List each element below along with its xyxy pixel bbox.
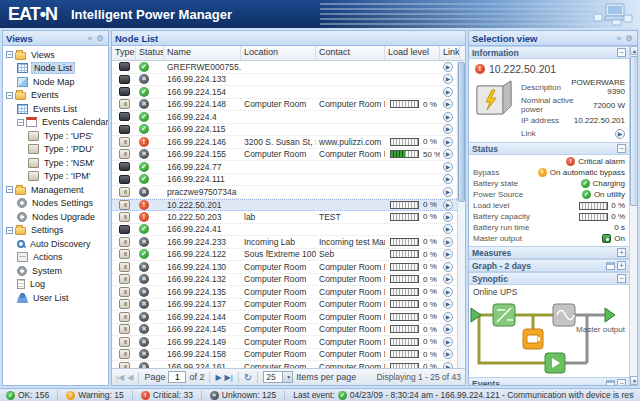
sidebar-item-type-pdu[interactable]: Type : 'PDU' [3,143,108,157]
table-row[interactable]: ×166.99.224.148Computer RoomComputer Roo… [112,99,457,112]
scroll-up-arrow-icon[interactable]: ▲ [630,46,637,55]
sidebar-item-type-nsm[interactable]: Type : 'NSM' [3,156,108,170]
items-per-page-select[interactable]: 25 ▼ [263,371,293,383]
tree-collapse-icon[interactable]: − [6,186,13,193]
sidebar-item-events[interactable]: −Events [3,89,108,103]
tree-collapse-icon[interactable]: − [6,227,13,234]
sidebar-item-settings[interactable]: −Settings [3,224,108,238]
column-header-load-level[interactable]: Load level [385,46,440,60]
open-window-icon[interactable] [606,380,615,386]
sidebar-item-log[interactable]: Log [3,278,108,292]
link-icon[interactable]: ▶ [443,87,453,97]
sidebar-item-events-calendar[interactable]: −Events Calendar [3,116,108,130]
refresh-icon[interactable]: ↻ [244,372,252,383]
link-icon[interactable]: ▶ [443,274,453,284]
gear-icon[interactable]: ⚙ [95,34,105,43]
column-header-contact[interactable]: Contact [316,46,385,60]
table-row[interactable]: ✓166.99.224.111▶ [112,174,457,187]
link-icon[interactable]: ▶ [443,262,453,272]
link-icon[interactable]: ▶ [443,187,453,197]
link-icon[interactable]: ▶ [443,249,453,259]
scrollbar-thumb[interactable] [458,62,465,202]
link-icon[interactable]: ▶ [615,129,625,139]
link-icon[interactable]: ▶ [443,200,453,210]
collapse-section-button[interactable]: − [617,274,626,283]
link-icon[interactable]: ▶ [443,137,453,147]
selection-vertical-scrollbar[interactable]: ▲ ▼ [629,46,637,385]
first-page-button[interactable]: |◀ [116,373,124,382]
table-row[interactable]: ×166.99.224.132Computer RoomComputer Roo… [112,274,457,287]
sidebar-item-node-map[interactable]: Node Map [3,75,108,89]
table-row[interactable]: !166.99.224.1463200 S. Susan St, Santa A… [112,136,457,149]
sidebar-item-management[interactable]: −Management [3,183,108,197]
link-icon[interactable]: ▶ [443,299,453,309]
table-row[interactable]: !10.222.50.203labTEST0 %▶ [112,211,457,224]
sidebar-item-events-list[interactable]: Events List [3,102,108,116]
chevron-down-icon[interactable]: ▼ [282,372,292,382]
scroll-down-arrow-icon[interactable]: ▼ [630,376,637,385]
sidebar-item-system[interactable]: System [3,264,108,278]
table-row[interactable]: !10.222.50.2010 %▶ [112,199,457,212]
sidebar-item-user-list[interactable]: User List [3,291,108,305]
column-header-location[interactable]: Location [241,46,316,60]
table-row[interactable]: ✓166.99.224.77▶ [112,161,457,174]
link-icon[interactable]: ▶ [443,324,453,334]
link-icon[interactable]: ▶ [443,149,453,159]
expand-section-button[interactable]: + [617,261,626,270]
collapse-section-button[interactable]: − [617,144,626,153]
tree-collapse-icon[interactable]: − [6,92,13,99]
table-row[interactable]: ✓GREFRWE000755.euro.a...▶ [112,61,457,74]
link-icon[interactable]: ▶ [443,112,453,122]
sidebar-item-type-ipm[interactable]: Type : 'IPM' [3,170,108,184]
column-header-status[interactable]: Status [136,46,164,60]
sidebar-item-nodes-upgrade[interactable]: Nodes Upgrade [3,210,108,224]
table-row[interactable]: ✓166.99.224.154▶ [112,86,457,99]
expand-section-button[interactable]: + [617,248,626,257]
table-row[interactable]: ×166.99.224.130Computer RoomComputer Roo… [112,261,457,274]
scrollbar-thumb[interactable] [630,56,637,206]
link-icon[interactable]: ▶ [443,237,453,247]
table-row[interactable]: ✓166.99.224.41▶ [112,224,457,237]
table-row[interactable]: ✓166.99.224.4▶ [112,111,457,124]
open-window-icon[interactable] [606,262,615,270]
sidebar-item-auto-discovery[interactable]: Auto Discovery [3,237,108,251]
table-row[interactable]: ×166.99.224.145Computer RoomComputer Roo… [112,324,457,337]
collapse-panel-icon[interactable]: « [85,34,95,43]
tree-collapse-icon[interactable]: − [17,119,24,126]
link-icon[interactable]: ▶ [443,74,453,84]
tree-collapse-icon[interactable]: − [6,51,13,58]
column-header-link[interactable]: Link [440,46,460,60]
table-row[interactable]: ×praczwe9750734a▶ [112,186,457,199]
sidebar-item-node-list[interactable]: Node List [3,62,108,76]
next-page-button[interactable]: ▶ [215,373,221,382]
sidebar-item-type-ups[interactable]: Type : 'UPS' [3,129,108,143]
link-icon[interactable]: ▶ [443,224,453,234]
column-header-type[interactable]: Type [112,46,136,60]
table-row[interactable]: ×166.99.224.149Computer RoomComputer Roo… [112,336,457,349]
link-icon[interactable]: ▶ [443,212,453,222]
table-row[interactable]: ×166.99.224.133▶ [112,74,457,87]
link-icon[interactable]: ▶ [443,312,453,322]
link-icon[interactable]: ▶ [443,99,453,109]
link-icon[interactable]: ▶ [443,174,453,184]
link-icon[interactable]: ▶ [443,62,453,72]
gear-icon[interactable]: ⚙ [624,34,634,43]
collapse-section-button[interactable]: − [617,48,626,57]
collapse-section-button[interactable]: − [617,379,626,385]
table-row[interactable]: ✓166.99.224.122Sous fExtreme 1000CSeb0 %… [112,249,457,262]
link-icon[interactable]: ▶ [443,162,453,172]
last-page-button[interactable]: ▶| [225,373,233,382]
link-icon[interactable]: ▶ [443,287,453,297]
table-row[interactable]: ×166.99.224.233Incoming LabIncoming test… [112,236,457,249]
collapse-panel-icon[interactable]: » [614,34,624,43]
table-row[interactable]: ×166.99.224.135Computer RoomComputer Roo… [112,286,457,299]
table-row[interactable]: ×166.99.224.144Computer RoomComputer Roo… [112,311,457,324]
grid-vertical-scrollbar[interactable] [457,61,465,368]
sidebar-item-nodes-settings[interactable]: Nodes Settings [3,197,108,211]
link-icon[interactable]: ▶ [443,349,453,359]
link-icon[interactable]: ▶ [443,337,453,347]
prev-page-button[interactable]: ◀ [127,373,133,382]
table-row[interactable]: ×166.99.224.161Computer RoomComputer Roo… [112,361,457,368]
sidebar-item-views[interactable]: −Views [3,48,108,62]
page-number-input[interactable] [168,371,186,383]
